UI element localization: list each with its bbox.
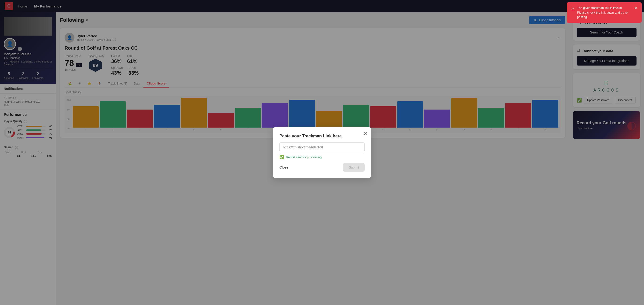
modal-submit-button[interactable]: Submit	[343, 163, 364, 172]
trackman-link-input[interactable]	[280, 142, 364, 152]
error-toast: ⚠ The given trackman link is invalid. Pl…	[567, 2, 642, 23]
warning-icon: ⚠	[571, 6, 575, 12]
toast-message: The given trackman link is invalid. Plea…	[577, 6, 632, 20]
toast-close-button[interactable]: ✕	[634, 6, 638, 11]
modal-close-x-button[interactable]: ✕	[364, 131, 368, 136]
modal-success-message: ✅ Report sent for processing	[280, 155, 364, 160]
modal-overlay: Paste your Trackman Link here. ✕ ✅ Repor…	[0, 0, 644, 305]
trackman-modal: Paste your Trackman Link here. ✕ ✅ Repor…	[273, 127, 371, 178]
modal-title: Paste your Trackman Link here.	[280, 134, 364, 138]
success-check-icon: ✅	[280, 155, 284, 160]
modal-footer: Close Submit	[280, 163, 364, 172]
success-text: Report sent for processing	[286, 156, 322, 159]
modal-close-button[interactable]: Close	[280, 165, 288, 169]
